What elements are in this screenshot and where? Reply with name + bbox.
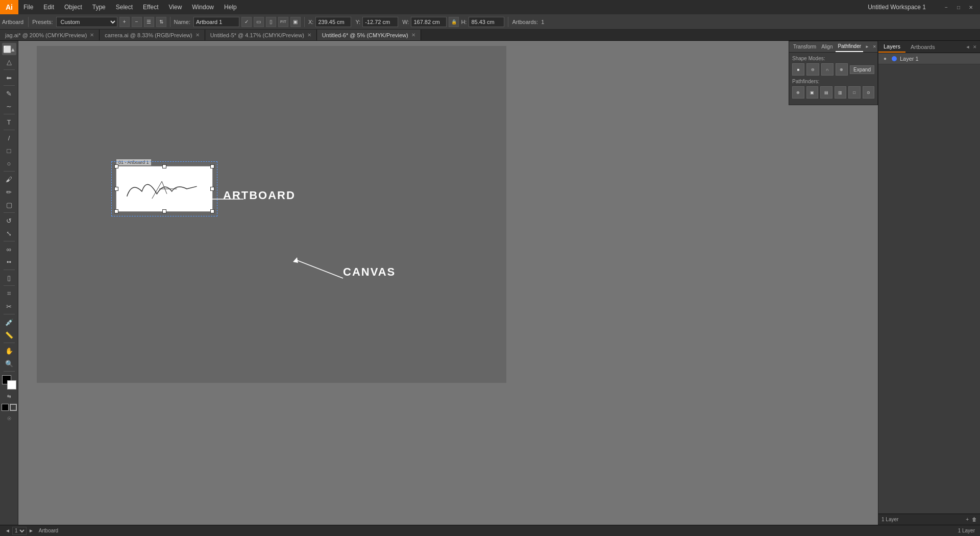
preset-move-btn[interactable]: ⇅ xyxy=(156,17,166,27)
preset-del-btn[interactable]: − xyxy=(132,17,142,27)
portrait-btn[interactable]: ▯ xyxy=(266,17,276,27)
menu-edit[interactable]: Edit xyxy=(38,0,59,14)
name-confirm-btn[interactable]: ✓ xyxy=(241,17,252,27)
direct-select-tool[interactable]: △ xyxy=(2,56,16,68)
slice-tool[interactable]: ✂ xyxy=(2,300,16,312)
panel-menu-btn[interactable]: ► xyxy=(864,44,870,50)
w-input[interactable] xyxy=(411,17,447,27)
handle-mr[interactable] xyxy=(210,187,214,191)
divide-btn[interactable]: ⊕ xyxy=(792,86,804,99)
canvas-area[interactable]: 01 - Artboard 1 ARTB xyxy=(18,41,878,525)
tab-0[interactable]: jag.ai* @ 200% (CMYK/Preview) ✕ xyxy=(0,30,100,40)
line-tool[interactable]: / xyxy=(2,132,16,144)
align-panel-tab[interactable]: Align xyxy=(819,41,835,52)
trim-btn[interactable]: ▣ xyxy=(806,86,819,99)
handle-tl[interactable] xyxy=(114,164,118,168)
crop-btn[interactable]: ▥ xyxy=(835,86,847,99)
swap-colors-btn[interactable]: ⇆ xyxy=(2,390,16,402)
handle-bl[interactable] xyxy=(114,209,118,213)
eraser-tool[interactable]: ▢ xyxy=(2,199,16,211)
graph-tool[interactable]: ▯ xyxy=(2,272,16,284)
rotate-tool[interactable]: ↺ xyxy=(2,214,16,227)
background-swatch[interactable] xyxy=(7,380,16,389)
merge-btn[interactable]: ▤ xyxy=(820,86,832,99)
expand-btn[interactable]: Expand xyxy=(850,65,874,74)
menu-select[interactable]: Select xyxy=(111,0,138,14)
none-btn[interactable]: ☉ xyxy=(2,412,16,425)
presets-dropdown[interactable]: Custom xyxy=(56,17,117,27)
minus-back-btn[interactable]: ⊙ xyxy=(863,86,875,99)
intersect-btn[interactable]: ∩ xyxy=(821,63,834,76)
layer-row-1[interactable]: ● Layer 1 xyxy=(878,53,980,64)
color-swatch[interactable] xyxy=(2,375,16,389)
nav-prev[interactable]: ◄ xyxy=(5,528,10,533)
panel-expand-right[interactable]: ◄ xyxy=(965,44,971,50)
close-button[interactable]: ✕ xyxy=(967,3,975,11)
tab-2-close[interactable]: ✕ xyxy=(307,32,311,38)
artboard-edit-btn[interactable]: ▣ xyxy=(290,17,301,27)
panel-close-btn[interactable]: ✕ xyxy=(871,44,877,50)
x-input[interactable] xyxy=(315,17,351,27)
tab-3-close[interactable]: ✕ xyxy=(411,32,415,38)
minimize-button[interactable]: − xyxy=(942,3,950,11)
type-tool[interactable]: T xyxy=(2,116,16,128)
menu-file[interactable]: File xyxy=(18,0,38,14)
handle-bc[interactable] xyxy=(162,209,166,213)
hand-tool[interactable]: ✋ xyxy=(2,345,16,357)
artboard-tool[interactable]: ⌗ xyxy=(2,287,16,300)
handle-br[interactable] xyxy=(210,209,214,213)
panel-close-right[interactable]: ✕ xyxy=(972,44,978,50)
layers-tab[interactable]: Layers xyxy=(878,41,905,53)
eyedropper-tool[interactable]: 💉 xyxy=(2,316,16,328)
pen-tool[interactable]: ✎ xyxy=(2,87,16,100)
ellipse-tool[interactable]: ○ xyxy=(2,157,16,169)
h-input[interactable] xyxy=(469,17,504,27)
exclude-btn[interactable]: ⊕ xyxy=(836,63,848,76)
artboard-select[interactable]: 1 xyxy=(12,527,27,535)
menu-window[interactable]: Window xyxy=(187,0,219,14)
pathfinder-panel-tab[interactable]: Pathfinder xyxy=(836,41,863,52)
layer-eye-icon[interactable]: ● xyxy=(881,55,889,62)
outline-btn[interactable]: □ xyxy=(848,86,861,99)
scale-tool[interactable]: ⤡ xyxy=(2,227,16,239)
new-layer-btn[interactable]: + xyxy=(966,517,969,522)
transform-panel-tab[interactable]: Transform xyxy=(791,41,818,52)
minus-front-btn[interactable]: ⊖ xyxy=(806,63,819,76)
landscape-btn[interactable]: ▭ xyxy=(254,17,264,27)
stroke-indicator[interactable] xyxy=(10,404,17,411)
tab-1[interactable]: carrera.ai @ 8.33% (RGB/Preview) ✕ xyxy=(100,30,205,40)
artboards-tab[interactable]: Artboards xyxy=(905,41,940,53)
nav-next[interactable]: ► xyxy=(29,528,34,533)
menu-view[interactable]: View xyxy=(164,0,187,14)
rect-tool[interactable]: □ xyxy=(2,144,16,157)
handle-tr[interactable] xyxy=(210,164,214,168)
menu-help[interactable]: Help xyxy=(219,0,242,14)
menu-type[interactable]: Type xyxy=(87,0,111,14)
handle-ml[interactable] xyxy=(114,187,118,191)
tab-2[interactable]: Untitled-5* @ 4.17% (CMYK/Preview) ✕ xyxy=(205,30,317,40)
artboard-name-input[interactable] xyxy=(193,17,239,27)
fill-indicator[interactable] xyxy=(2,404,9,411)
fit-btn[interactable]: FIT xyxy=(278,17,288,27)
blend-tool[interactable]: ∞ xyxy=(2,243,16,255)
handle-tc[interactable] xyxy=(162,164,166,168)
select-tool[interactable]: ⬜▴ xyxy=(2,43,16,55)
tab-3[interactable]: Untitled-6* @ 5% (CMYK/Preview) ✕ xyxy=(317,30,421,40)
tab-1-close[interactable]: ✕ xyxy=(195,32,200,38)
tab-0-close[interactable]: ✕ xyxy=(90,32,94,38)
lasso-tool[interactable]: ⬅ xyxy=(2,71,16,84)
preset-add-btn[interactable]: + xyxy=(119,17,130,27)
pencil-tool[interactable]: ✏ xyxy=(2,186,16,198)
menu-object[interactable]: Object xyxy=(59,0,87,14)
maximize-button[interactable]: □ xyxy=(954,3,963,11)
y-input[interactable] xyxy=(362,17,398,27)
measure-tool[interactable]: 📏 xyxy=(2,329,16,341)
lock-aspect-btn[interactable]: 🔒 xyxy=(449,17,459,27)
preset-settings-btn[interactable]: ☰ xyxy=(144,17,154,27)
symbol-spray-tool[interactable]: •• xyxy=(2,256,16,268)
zoom-tool[interactable]: 🔍 xyxy=(2,357,16,370)
delete-layer-btn[interactable]: 🗑 xyxy=(972,517,977,522)
curvature-tool[interactable]: ∼ xyxy=(2,100,16,112)
menu-effect[interactable]: Effect xyxy=(138,0,163,14)
paintbrush-tool[interactable]: 🖌 xyxy=(2,173,16,185)
